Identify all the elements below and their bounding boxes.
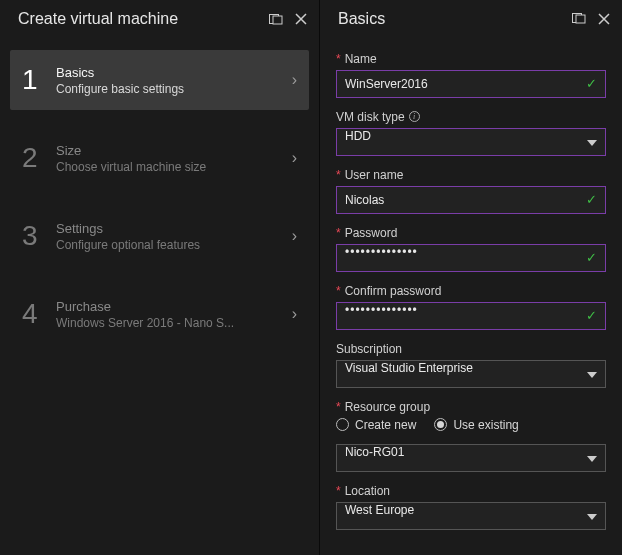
label-confirm-password: Confirm password — [345, 284, 442, 298]
resource-group-select[interactable]: Nico-RG01 — [336, 444, 606, 472]
radio-icon — [434, 418, 447, 431]
close-icon[interactable] — [598, 13, 610, 25]
step-basics[interactable]: 1 Basics Configure basic settings › — [10, 50, 309, 110]
location-select[interactable]: West Europe — [336, 502, 606, 530]
required-icon: * — [336, 284, 341, 298]
check-icon: ✓ — [586, 192, 597, 207]
confirm-password-input[interactable]: •••••••••••••• — [337, 303, 586, 329]
step-subtitle: Choose virtual machine size — [56, 160, 292, 174]
label-subscription: Subscription — [336, 342, 402, 356]
chevron-right-icon: › — [292, 71, 297, 89]
required-icon: * — [336, 52, 341, 66]
check-icon: ✓ — [586, 250, 597, 265]
basics-form: *Name ✓ VM disk typei HDD *User name ✓ *… — [320, 38, 622, 555]
name-input-wrap[interactable]: ✓ — [336, 70, 606, 98]
field-name: *Name ✓ — [336, 52, 606, 98]
step-title: Purchase — [56, 299, 292, 314]
field-user-name: *User name ✓ — [336, 168, 606, 214]
maximize-icon[interactable] — [572, 13, 586, 24]
chevron-right-icon: › — [292, 149, 297, 167]
svg-rect-1 — [273, 16, 282, 24]
label-disk-type: VM disk type — [336, 110, 405, 124]
step-number: 4 — [22, 298, 56, 330]
step-subtitle: Windows Server 2016 - Nano S... — [56, 316, 292, 330]
field-resource-group: *Resource group Create new Use existing — [336, 400, 606, 432]
svg-rect-3 — [576, 15, 585, 23]
label-location: Location — [345, 484, 390, 498]
field-confirm-password: *Confirm password •••••••••••••• ✓ — [336, 284, 606, 330]
field-resource-group-select: Nico-RG01 — [336, 444, 606, 472]
subscription-select[interactable]: Visual Studio Enterprise — [336, 360, 606, 388]
chevron-down-icon — [587, 508, 597, 523]
step-title: Settings — [56, 221, 292, 236]
radio-label-use-existing: Use existing — [453, 418, 518, 432]
create-vm-blade: Create virtual machine 1 Basics Configur… — [0, 0, 320, 555]
user-name-input[interactable] — [337, 187, 586, 213]
step-subtitle: Configure basic settings — [56, 82, 292, 96]
blade-header-right: Basics — [320, 0, 622, 38]
step-subtitle: Configure optional features — [56, 238, 292, 252]
resource-group-value: Nico-RG01 — [337, 445, 587, 471]
label-resource-group: Resource group — [345, 400, 430, 414]
step-settings[interactable]: 3 Settings Configure optional features › — [10, 206, 309, 266]
field-subscription: Subscription Visual Studio Enterprise — [336, 342, 606, 388]
subscription-value: Visual Studio Enterprise — [337, 361, 587, 387]
chevron-down-icon — [587, 450, 597, 465]
close-icon[interactable] — [295, 13, 307, 25]
radio-label-create-new: Create new — [355, 418, 416, 432]
radio-create-new[interactable]: Create new — [336, 418, 416, 432]
blade-title-right: Basics — [338, 10, 385, 28]
blade-title-left: Create virtual machine — [18, 10, 178, 28]
disk-type-select[interactable]: HDD — [336, 128, 606, 156]
radio-icon — [336, 418, 349, 431]
step-number: 3 — [22, 220, 56, 252]
chevron-right-icon: › — [292, 227, 297, 245]
confirm-password-input-wrap[interactable]: •••••••••••••• ✓ — [336, 302, 606, 330]
step-size[interactable]: 2 Size Choose virtual machine size › — [10, 128, 309, 188]
disk-type-value: HDD — [337, 129, 587, 155]
password-input[interactable]: •••••••••••••• — [337, 245, 586, 271]
chevron-down-icon — [587, 366, 597, 381]
name-input[interactable] — [337, 71, 586, 97]
basics-blade: Basics *Name ✓ VM disk typei HDD — [320, 0, 622, 555]
label-user-name: User name — [345, 168, 404, 182]
step-title: Basics — [56, 65, 292, 80]
required-icon: * — [336, 400, 341, 414]
required-icon: * — [336, 226, 341, 240]
label-name: Name — [345, 52, 377, 66]
required-icon: * — [336, 168, 341, 182]
required-icon: * — [336, 484, 341, 498]
check-icon: ✓ — [586, 76, 597, 91]
step-number: 1 — [22, 64, 56, 96]
maximize-icon[interactable] — [269, 14, 283, 25]
label-password: Password — [345, 226, 398, 240]
location-value: West Europe — [337, 503, 587, 529]
info-icon[interactable]: i — [409, 111, 420, 122]
steps-list: 1 Basics Configure basic settings › 2 Si… — [0, 38, 319, 374]
blade-controls-left — [269, 13, 307, 25]
password-input-wrap[interactable]: •••••••••••••• ✓ — [336, 244, 606, 272]
step-number: 2 — [22, 142, 56, 174]
user-name-input-wrap[interactable]: ✓ — [336, 186, 606, 214]
chevron-down-icon — [587, 134, 597, 149]
radio-use-existing[interactable]: Use existing — [434, 418, 518, 432]
check-icon: ✓ — [586, 308, 597, 323]
field-password: *Password •••••••••••••• ✓ — [336, 226, 606, 272]
step-purchase[interactable]: 4 Purchase Windows Server 2016 - Nano S.… — [10, 284, 309, 344]
field-disk-type: VM disk typei HDD — [336, 110, 606, 156]
blade-header-left: Create virtual machine — [0, 0, 319, 38]
chevron-right-icon: › — [292, 305, 297, 323]
blade-controls-right — [572, 13, 610, 25]
step-title: Size — [56, 143, 292, 158]
resource-group-radios: Create new Use existing — [336, 418, 606, 432]
field-location: *Location West Europe — [336, 484, 606, 530]
